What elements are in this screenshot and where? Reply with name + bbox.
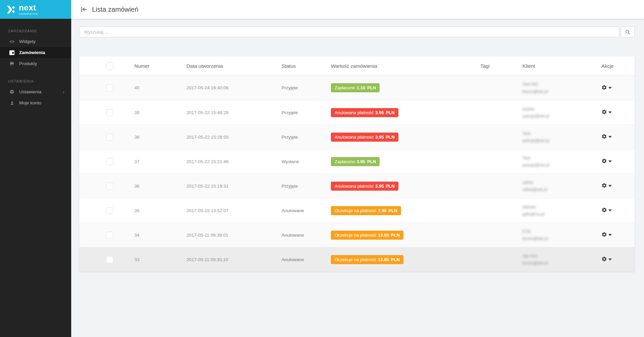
orders-table: Numer Data utworzenia Status Wartość zam… [79, 56, 635, 272]
sidebar-section-management: ZARZĄDZANIE [8, 29, 71, 33]
client-name: dafsda [522, 203, 601, 210]
order-date: 2017-05-22 15:19:31 [186, 184, 282, 189]
table-row: 35 2017-05-15 13:52:07 Anulowane Oczekuj… [79, 198, 635, 223]
payment-status-badge: Zapłacono 1.10 PLN [331, 83, 380, 92]
order-number: 36 [134, 184, 186, 189]
sidebar-item-widgety[interactable]: <> Widgety [0, 36, 71, 47]
gear-icon [9, 89, 15, 94]
column-header-wartosc: Wartość zamówienia [331, 63, 480, 69]
caret-down-icon [608, 209, 612, 211]
sidebar: next commerce ZARZĄDZANIE <> Widgety Zam… [0, 0, 71, 337]
client-email: bruno@wk.pl [522, 259, 601, 267]
client-name: Test NO [522, 81, 601, 88]
payment-status-badge: Anulowana płatność 3.95 PLN [331, 133, 398, 142]
client-name: Test [522, 154, 601, 161]
row-checkbox[interactable] [106, 109, 113, 116]
brand-name: next [19, 4, 38, 12]
order-status: Przyjęte [282, 184, 331, 189]
table-body: 40 2017-05-24 16:40:06 Przyjęte Zapłacon… [79, 76, 635, 272]
caret-down-icon [608, 234, 612, 236]
row-actions-button[interactable] [601, 109, 612, 115]
client-info: Test aukcje@wk.pl [522, 130, 601, 144]
client-info: andee aukcje@wk.pl [522, 105, 601, 120]
table-row: 34 2017-05-11 09:39:01 Anulowane Oczekuj… [79, 223, 635, 247]
order-date: 2017-05-11 09:35:10 [186, 257, 282, 262]
caret-down-icon [608, 136, 612, 138]
order-number: 37 [134, 159, 186, 164]
order-date: 2017-05-22 15:28:55 [186, 135, 282, 140]
gear-icon [601, 256, 607, 262]
column-header-data: Data utworzenia [186, 63, 282, 69]
select-all-checkbox[interactable] [106, 62, 113, 69]
orders-icon [9, 50, 15, 55]
caret-down-icon [608, 185, 612, 187]
client-name: andee [522, 105, 601, 112]
row-actions-button[interactable] [601, 85, 612, 90]
order-date: 2017-05-22 15:21:46 [186, 159, 282, 164]
sidebar-item-moje-konto[interactable]: Moje konto [0, 97, 71, 108]
table-row: 39 2017-05-22 15:46:28 Przyjęte Anulowan… [79, 100, 635, 125]
client-info: dafsda gdfs@na.pl [522, 203, 601, 218]
search-bar [79, 27, 635, 37]
gear-icon [601, 207, 607, 213]
caret-down-icon [608, 258, 612, 260]
page-title: Lista zamówień [92, 6, 138, 13]
table-row: 37 2017-05-22 15:21:46 Wysłane Zapłacono… [79, 149, 635, 174]
order-status: Anulowane [282, 208, 331, 213]
column-header-status: Status [282, 63, 331, 69]
order-number: 40 [134, 85, 186, 90]
payment-status-badge: Anulowana płatność 3.95 PLN [331, 108, 398, 117]
search-button[interactable] [621, 27, 635, 37]
sidebar-item-produkty[interactable]: Produkty [0, 58, 71, 69]
payment-status-badge: Anulowana płatność 3.95 PLN [331, 182, 398, 191]
client-email: sdfsd@wk.pl [522, 186, 601, 193]
gear-icon [601, 232, 607, 237]
row-checkbox[interactable] [106, 134, 113, 141]
caret-down-icon [608, 111, 612, 113]
order-status: Anulowane [282, 257, 331, 262]
row-checkbox[interactable] [106, 232, 113, 239]
column-header-tagi: Tagi [480, 63, 522, 69]
client-name: Jan Kot [522, 252, 601, 259]
client-name: ETK [522, 228, 601, 235]
sidebar-item-ustawienia[interactable]: Ustawienia › [0, 86, 71, 97]
order-status: Przyjęte [282, 135, 331, 140]
row-actions-button[interactable] [601, 232, 612, 237]
column-header-akcje: Akcje [601, 63, 635, 69]
gear-icon [601, 109, 607, 115]
client-info: Test aukcje@wk.pl [522, 154, 601, 169]
row-checkbox[interactable] [106, 158, 113, 165]
row-actions-button[interactable] [601, 256, 612, 262]
search-icon [625, 29, 631, 35]
row-actions-button[interactable] [601, 183, 612, 188]
client-info: sdfsd sdfsd@wk.pl [522, 179, 601, 193]
row-checkbox[interactable] [106, 183, 113, 190]
row-actions-button[interactable] [601, 207, 612, 213]
row-checkbox[interactable] [106, 207, 113, 214]
brand-logo[interactable]: next commerce [0, 0, 71, 19]
payment-status-badge: Oczekuje na płatność 13.05 PLN [331, 231, 403, 240]
sidebar-item-zamowienia[interactable]: Zamówienia [0, 47, 71, 58]
client-name: Test [522, 130, 601, 137]
order-number: 35 [134, 208, 186, 213]
gear-icon [601, 183, 607, 188]
client-email: aukcje@wk.pl [522, 137, 601, 144]
row-actions-button[interactable] [601, 134, 612, 139]
row-actions-button[interactable] [601, 158, 612, 164]
client-info: ETK bruno@wk.pl [522, 228, 601, 242]
payment-status-badge: Oczekuje na płatność 13.05 PLN [331, 255, 403, 264]
column-header-klient: Klient [522, 63, 601, 69]
row-checkbox[interactable] [106, 256, 113, 263]
order-number: 39 [134, 110, 186, 115]
caret-down-icon [608, 160, 612, 162]
client-email: aukcje@wk.pl [522, 112, 601, 119]
sidebar-section-settings: USTAWIENIA [8, 79, 71, 83]
order-date: 2017-05-24 16:40:06 [186, 85, 282, 90]
brand-tagline: commerce [19, 12, 38, 15]
topbar: Lista zamówień [71, 0, 644, 19]
table-row: 33 2017-05-11 09:35:10 Anulowane Oczekuj… [79, 247, 635, 272]
collapse-sidebar-icon[interactable] [80, 6, 88, 13]
table-header-row: Numer Data utworzenia Status Wartość zam… [79, 56, 635, 76]
row-checkbox[interactable] [106, 84, 113, 91]
search-input[interactable] [79, 27, 619, 37]
